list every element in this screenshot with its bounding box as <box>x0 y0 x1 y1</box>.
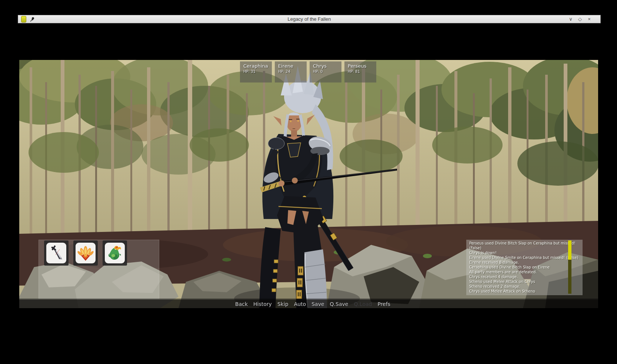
combat-log: Perseus used Divine Bitch Slap on Ceraph… <box>466 240 583 295</box>
log-line: Eirene used Divine Smite on Ceraphina bu… <box>469 255 570 260</box>
party-box-ceraphina: Ceraphina HP: 31 <box>240 61 272 82</box>
menu-history[interactable]: History <box>253 301 272 307</box>
menu-qsave[interactable]: Q.Save <box>330 301 348 307</box>
menu-auto[interactable]: Auto <box>294 301 306 307</box>
party-name: Perseus <box>348 63 373 69</box>
game-scene[interactable]: Ceraphina HP: 31 Eirene HP: 24 Chrys HP:… <box>19 60 598 308</box>
log-line: Eirene received 8 damage. <box>469 260 570 265</box>
menu-skip[interactable]: Skip <box>277 301 289 307</box>
skill-button-melee[interactable] <box>44 240 69 266</box>
quick-menu: Back History Skip Auto Save Q.Save Q.Loa… <box>19 301 598 307</box>
window-titlebar: Legacy of the Fallen ∨ ◇ × <box>18 15 601 23</box>
party-box-chrys: Chrys HP: 0 <box>310 61 341 82</box>
close-button[interactable]: × <box>586 15 592 23</box>
minimize-button[interactable]: ∨ <box>568 15 574 23</box>
window-title: Legacy of the Fallen <box>18 16 600 22</box>
party-hp: HP: 81 <box>348 69 373 74</box>
log-line: Ceraphina used Divine Bitch Slap on Eire… <box>469 265 570 270</box>
log-scrollbar-thumb[interactable] <box>568 240 571 260</box>
dagger-icon <box>48 245 64 262</box>
menu-back[interactable]: Back <box>235 301 248 307</box>
log-line: Perseus used Divine Bitch Slap on Ceraph… <box>469 241 570 246</box>
menu-save[interactable]: Save <box>311 301 324 307</box>
skill-button-green-flame[interactable] <box>103 240 127 266</box>
menu-qload: Q.Load <box>354 301 372 307</box>
skill-panel <box>39 240 159 299</box>
flaming-hand-icon <box>77 245 94 262</box>
party-hp: HP: 0 <box>313 69 338 74</box>
skill-button-divine-smite[interactable] <box>73 240 98 266</box>
party-status-row: Ceraphina HP: 31 Eirene HP: 24 Chrys HP:… <box>240 61 376 82</box>
party-name: Ceraphina <box>243 63 269 69</box>
menu-prefs[interactable]: Prefs <box>377 301 390 307</box>
log-line: (False) <box>469 246 570 250</box>
party-hp: HP: 31 <box>243 69 269 74</box>
log-scrollbar[interactable] <box>568 240 571 294</box>
green-fireball-icon <box>107 245 123 262</box>
party-box-perseus: Perseus HP: 81 <box>344 61 376 82</box>
maximize-button[interactable]: ◇ <box>577 15 583 23</box>
party-name: Eirene <box>278 63 303 69</box>
log-line: Stheno received 2 damage. <box>469 284 570 289</box>
log-line: Stheno used Melee Attack on Chrys <box>469 279 570 284</box>
party-name: Chrys <box>313 63 338 69</box>
log-line: Chrys used Melee Attack on Stheno <box>469 289 570 294</box>
log-line: Chrys is down! <box>469 250 570 255</box>
log-line: Chrys received 4 damage. <box>469 274 570 279</box>
party-hp: HP: 24 <box>278 69 303 74</box>
party-box-eirene: Eirene HP: 24 <box>275 61 307 82</box>
log-line: All party members are are defeated. <box>469 270 570 274</box>
